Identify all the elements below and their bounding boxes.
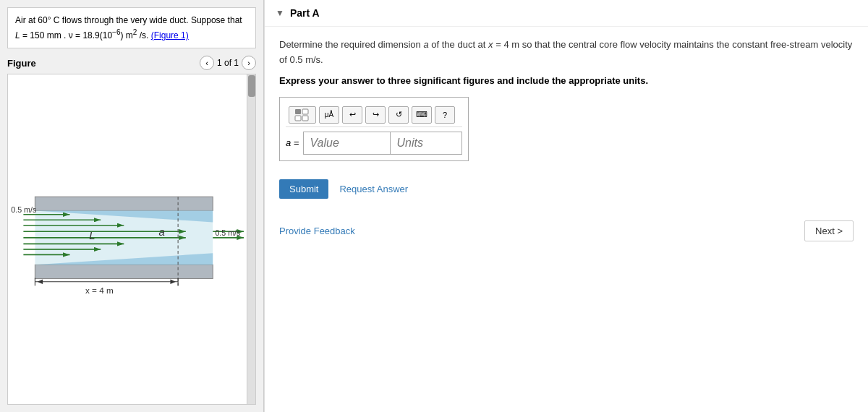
figure-page-indicator: 1 of 1 (217, 58, 239, 68)
svg-text:0.5 m/s: 0.5 m/s (11, 205, 36, 214)
figure-section: Figure ‹ 1 of 1 › (7, 56, 256, 405)
figure-prev-button[interactable]: ‹ (200, 56, 214, 70)
svg-text:L: L (89, 229, 95, 241)
reset-toolbar-button[interactable]: ↺ (388, 106, 409, 124)
figure-header: Figure ‹ 1 of 1 › (7, 56, 256, 70)
problem-text-line2: L = 150 mm . ν = 18.9(10−6) m2 /s. (Figu… (15, 30, 189, 40)
redo-icon: ↪ (373, 110, 379, 119)
svg-rect-1 (35, 197, 213, 210)
figure-scrollbar[interactable] (247, 74, 255, 404)
svg-rect-28 (295, 109, 301, 114)
svg-rect-29 (302, 109, 308, 114)
provide-feedback-link[interactable]: Provide Feedback (279, 226, 355, 236)
mu-icon: μÅ (325, 111, 333, 119)
matrix-toolbar-button[interactable] (289, 106, 316, 124)
figure-title: Figure (7, 58, 36, 69)
keyboard-toolbar-button[interactable]: ⌨ (412, 106, 432, 124)
next-button[interactable]: Next > (804, 220, 854, 241)
undo-icon: ↩ (349, 110, 356, 119)
svg-text:x = 4 m: x = 4 m (85, 286, 114, 295)
redo-toolbar-button[interactable]: ↪ (365, 106, 386, 124)
units-input[interactable] (390, 132, 462, 155)
part-content: Determine the required dimension a of th… (265, 27, 868, 210)
svg-rect-30 (295, 116, 301, 121)
duct-figure-svg: L a 0.5 m/s 0.5 m/s x = 4 m (8, 74, 255, 404)
scroll-thumb (248, 75, 255, 97)
value-input[interactable] (303, 132, 390, 155)
problem-text-line1: Air at 60° C flows through the very wide… (15, 15, 242, 25)
keyboard-icon: ⌨ (416, 110, 427, 119)
request-answer-link[interactable]: Request Answer (339, 184, 408, 194)
help-icon: ? (443, 111, 447, 119)
svg-text:a: a (158, 226, 164, 238)
input-row: a = (286, 132, 462, 155)
bold-instruction: Express your answer to three significant… (279, 75, 854, 86)
svg-rect-31 (302, 116, 308, 121)
submit-button[interactable]: Submit (279, 179, 328, 199)
action-row: Submit Request Answer (279, 179, 854, 199)
mu-toolbar-button[interactable]: μÅ (319, 106, 339, 124)
matrix-icon (294, 108, 310, 121)
toolbar: μÅ ↩ ↪ ↺ ⌨ ? (286, 103, 462, 127)
L-label: L = 150 mm . ν = 18.9(10−6) m2 /s. (Figu… (15, 30, 189, 40)
collapse-arrow-icon[interactable]: ▼ (276, 8, 284, 18)
svg-rect-2 (35, 265, 213, 278)
figure-nav: ‹ 1 of 1 › (200, 56, 256, 70)
figure-container: L a 0.5 m/s 0.5 m/s x = 4 m (7, 74, 256, 405)
left-panel: Air at 60° C flows through the very wide… (0, 0, 264, 412)
help-toolbar-button[interactable]: ? (435, 106, 455, 124)
feedback-section: Provide Feedback Next > (265, 210, 868, 252)
undo-toolbar-button[interactable]: ↩ (342, 106, 362, 124)
part-header: ▼ Part A (265, 0, 868, 27)
answer-box: μÅ ↩ ↪ ↺ ⌨ ? a = (279, 97, 469, 161)
part-title: Part A (290, 7, 320, 19)
reset-icon: ↺ (396, 110, 402, 119)
figure-link[interactable]: (Figure 1) (151, 30, 189, 40)
svg-text:0.5 m/s: 0.5 m/s (215, 228, 240, 237)
right-panel: ▼ Part A Determine the required dimensio… (264, 0, 868, 412)
input-label: a = (286, 137, 299, 148)
figure-next-button[interactable]: › (242, 56, 256, 70)
problem-statement: Air at 60° C flows through the very wide… (7, 7, 256, 48)
problem-text: Determine the required dimension a of th… (279, 38, 854, 68)
